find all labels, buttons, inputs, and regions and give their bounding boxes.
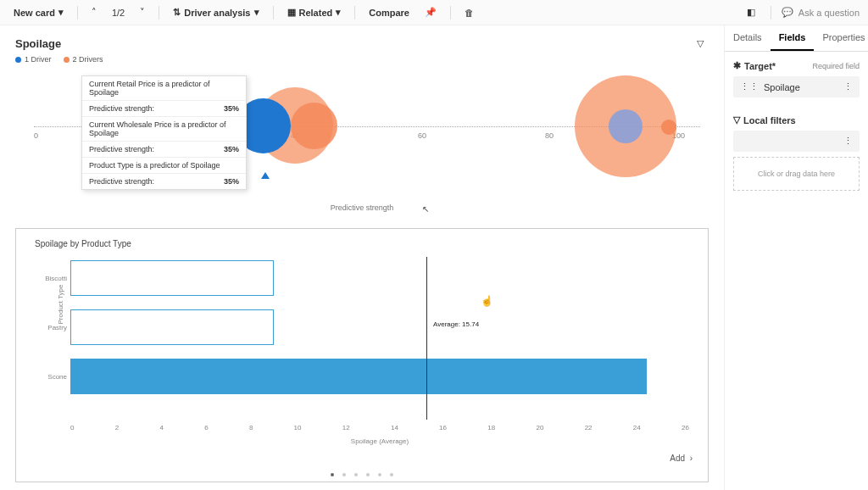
filter-icon: ▽ — [697, 38, 704, 49]
x-axis: 02468101214161820222426 — [70, 424, 689, 432]
chevron-down-icon: ˅ — [140, 7, 145, 18]
bar-chart[interactable]: Product Type Biscotti Pastry Scone Avera… — [70, 257, 689, 435]
filter-button[interactable]: ▽ — [692, 36, 709, 52]
axis-tick: 80 — [545, 131, 554, 140]
analysis-selector[interactable]: ⇅ Driver analysis ▾ — [168, 4, 264, 20]
driver-bubble-chart[interactable]: 0 40 60 80 100 Current Retail Price is a… — [15, 69, 709, 204]
bar-label: Biscotti — [35, 275, 67, 282]
delete-button[interactable]: 🗑 — [459, 5, 479, 20]
side-tabs: Details Fields Properties — [725, 25, 868, 52]
bar-label: Pastry — [35, 324, 67, 331]
chevron-down-icon: ▾ — [336, 7, 341, 18]
related-button[interactable]: ▦ Related ▾ — [282, 4, 347, 20]
panel-title: Spoilage by Product Type — [35, 239, 689, 248]
tab-properties[interactable]: Properties — [814, 25, 868, 51]
bar-label: Scone — [35, 373, 67, 381]
filter-slot[interactable]: ⋮ — [733, 131, 860, 152]
bar[interactable] — [70, 359, 647, 394]
pager-dots[interactable] — [16, 473, 708, 476]
field-item-spoilage[interactable]: ⋮⋮Spoilage ⋮ — [733, 76, 860, 97]
chevron-down-icon: ▾ — [58, 7, 64, 18]
compare-button[interactable]: Compare — [364, 5, 415, 20]
panel-toggle-button[interactable]: ◧ — [742, 4, 760, 20]
required-label: Required field — [812, 62, 860, 70]
driver-tooltip: Current Retail Price is a predictor of S… — [81, 75, 247, 190]
average-label: Average: 15.74 — [433, 320, 479, 328]
drop-zone[interactable]: Click or drag data here — [733, 157, 860, 191]
page-indicator: 1/2 — [107, 5, 130, 20]
chevron-up-icon: ˄ — [92, 7, 97, 18]
tab-details[interactable]: Details — [725, 25, 771, 51]
filter-icon: ▽ — [733, 114, 740, 125]
related-icon: ▦ — [287, 7, 296, 18]
add-button[interactable]: Add › — [670, 454, 693, 463]
driver-icon: ⇅ — [173, 7, 181, 18]
bar[interactable] — [70, 309, 274, 345]
x-axis-label: Spoilage (Average) — [70, 437, 689, 445]
chat-icon: 💬 — [782, 7, 793, 18]
more-icon[interactable]: ⋮ — [843, 136, 853, 147]
legend: 1 Driver 2 Drivers — [15, 55, 709, 64]
bubble-1driver[interactable] — [609, 109, 643, 143]
next-card-button[interactable]: ˅ — [135, 4, 150, 20]
axis-label: Predictive strength — [0, 203, 724, 212]
trash-icon: 🗑 — [465, 8, 474, 18]
detail-panel: Spoilage by Product Type Product Type Bi… — [15, 228, 709, 482]
card-title: Spoilage — [15, 37, 61, 50]
tab-fields[interactable]: Fields — [771, 25, 815, 51]
side-panel: Details Fields Properties ✱Target* Requi… — [724, 25, 868, 490]
new-card-button[interactable]: New card ▾ — [8, 4, 69, 20]
more-icon[interactable]: ⋮ — [843, 81, 853, 92]
pin-icon: 📌 — [425, 7, 437, 18]
selected-marker-icon — [261, 172, 270, 179]
bubble-2drivers[interactable] — [291, 103, 337, 149]
drag-handle-icon[interactable]: ⋮⋮ — [740, 81, 759, 92]
top-toolbar: New card ▾ ˄ 1/2 ˅ ⇅ Driver analysis ▾ ▦… — [0, 0, 868, 25]
average-line — [426, 257, 427, 420]
y-axis-label: Product Type — [57, 285, 64, 325]
prev-card-button[interactable]: ˄ — [86, 4, 102, 20]
bubble-2drivers[interactable] — [661, 120, 676, 135]
target-icon: ✱ — [733, 60, 741, 71]
axis-tick: 0 — [34, 131, 38, 140]
ask-question-input[interactable]: 💬 Ask a question — [782, 7, 860, 18]
pin-button[interactable]: 📌 — [420, 4, 442, 20]
main-canvas: Spoilage ▽ 1 Driver 2 Drivers 0 40 60 80… — [0, 25, 724, 490]
chevron-down-icon: ▾ — [254, 7, 259, 18]
panel-icon: ◧ — [747, 7, 755, 18]
bar[interactable] — [70, 260, 274, 296]
axis-tick: 60 — [418, 131, 426, 140]
